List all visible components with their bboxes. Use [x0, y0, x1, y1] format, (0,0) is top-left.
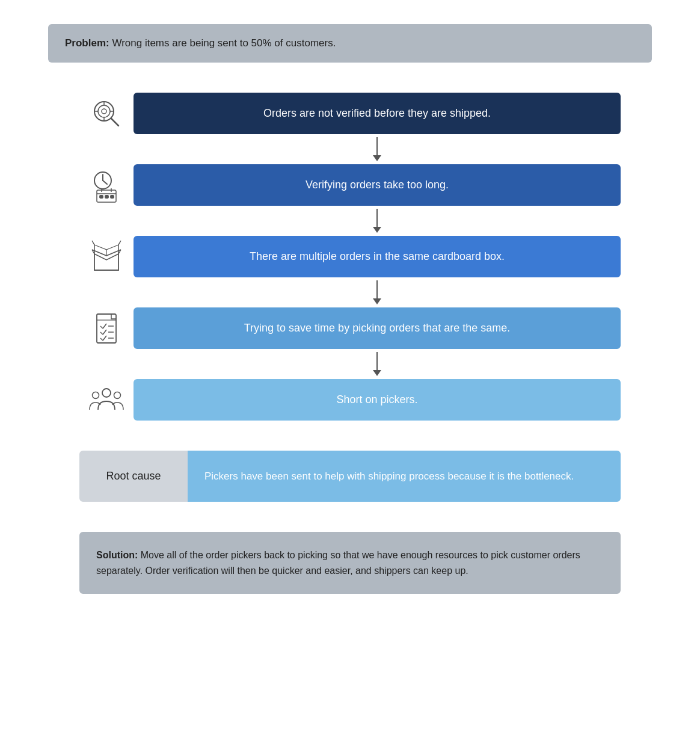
flow-box-5: Short on pickers.	[134, 379, 621, 421]
root-cause-content: Pickers have been sent to help with ship…	[188, 451, 621, 502]
solution-label: Solution:	[96, 550, 138, 560]
svg-point-2	[102, 109, 106, 114]
flow-box-2: Verifying orders take too long.	[134, 164, 621, 206]
flow-box-3: There are multiple orders in the same ca…	[134, 236, 621, 277]
svg-rect-16	[105, 196, 108, 198]
arrow-1	[79, 134, 621, 164]
solution-box: Solution: Move all of the order pickers …	[79, 532, 621, 594]
svg-point-31	[114, 392, 121, 398]
problem-text: Wrong items are being sent to 50% of cus…	[109, 37, 336, 49]
svg-point-29	[102, 389, 111, 397]
svg-line-24	[103, 330, 106, 335]
svg-rect-18	[97, 314, 116, 343]
checklist-icon	[79, 310, 134, 347]
svg-rect-15	[100, 196, 103, 198]
svg-line-26	[100, 338, 103, 341]
solution-text: Move all of the order pickers back to pi…	[96, 550, 580, 576]
svg-line-7	[111, 119, 118, 126]
svg-rect-17	[111, 196, 114, 198]
svg-line-20	[100, 326, 103, 328]
magnifier-icon	[79, 96, 134, 132]
svg-point-30	[93, 392, 99, 398]
problem-box: Problem: Wrong items are being sent to 5…	[48, 24, 652, 63]
svg-line-27	[103, 336, 106, 341]
arrow-4	[79, 349, 621, 379]
clock-calendar-icon	[79, 167, 134, 203]
svg-point-1	[98, 105, 110, 117]
people-icon	[79, 382, 134, 418]
flow-row-2: Verifying orders take too long.	[79, 164, 621, 206]
box-icon	[79, 239, 134, 275]
arrow-3	[79, 277, 621, 307]
arrow-2	[79, 206, 621, 236]
svg-line-10	[103, 180, 107, 184]
svg-line-21	[103, 324, 106, 328]
flow-row-4: Trying to save time by picking orders th…	[79, 307, 621, 349]
problem-label: Problem:	[65, 37, 109, 49]
flow-box-4: Trying to save time by picking orders th…	[134, 307, 621, 349]
svg-line-23	[100, 332, 103, 335]
flow-row-3: There are multiple orders in the same ca…	[79, 236, 621, 277]
root-cause-section: Root cause Pickers have been sent to hel…	[79, 451, 621, 502]
flow-row-1: Orders are not verified before they are …	[79, 93, 621, 134]
flow-diagram: Orders are not verified before they are …	[48, 93, 652, 421]
flow-row-5: Short on pickers.	[79, 379, 621, 421]
flow-box-1: Orders are not verified before they are …	[134, 93, 621, 134]
root-cause-label: Root cause	[79, 451, 188, 502]
